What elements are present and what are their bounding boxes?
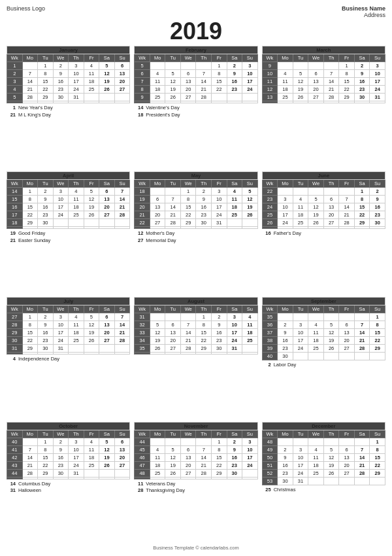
calendar-cell	[135, 353, 150, 355]
calendar-cell	[114, 353, 130, 355]
calendar-cell: 14	[354, 453, 370, 461]
calendar-cell: 53	[262, 477, 278, 485]
day-header-sa: Sa	[227, 305, 242, 313]
holidays-list: 14Columbus Day31Halloween	[7, 481, 130, 495]
day-header-tu: Tu	[38, 54, 54, 62]
calendar-cell: 21	[354, 337, 370, 345]
calendar-cell: 23	[38, 337, 54, 345]
calendar-cell: 8	[370, 445, 385, 453]
calendar-cell: 10	[53, 321, 69, 329]
calendar-cell	[339, 438, 355, 445]
calendar-cell: 19	[308, 211, 324, 219]
calendar-cell	[211, 94, 227, 101]
calendar-cell: 24	[293, 345, 308, 353]
calendar-cell	[165, 438, 181, 445]
calendar-cell: 13	[114, 445, 130, 453]
day-header-we: We	[308, 180, 324, 188]
calendar-cell: 18	[69, 329, 84, 337]
calendar-cell	[114, 101, 130, 103]
calendar-cell: 13	[150, 203, 165, 211]
calendar-cell: 27	[308, 94, 324, 101]
calendar-cell: 33	[135, 329, 150, 337]
calendar-cell: 17	[293, 337, 308, 345]
calendar-cell: 25	[69, 211, 84, 219]
calendar-cell	[165, 62, 181, 70]
calendar-cell: 23	[278, 345, 293, 353]
calendar-cell: 6	[150, 196, 165, 203]
calendar-cell: 22	[262, 188, 278, 196]
holiday-name: Valentine's Day	[146, 105, 179, 112]
calendar-cell	[22, 227, 38, 229]
calendar-cell: 17	[53, 329, 69, 337]
calendar-cell: 27	[99, 337, 115, 345]
calendar-cell: 3	[69, 438, 84, 445]
day-header-tu: Tu	[293, 180, 308, 188]
day-header-we: We	[53, 430, 69, 438]
calendar-cell: 10	[262, 70, 278, 78]
day-header-wk: Wk	[262, 305, 278, 313]
calendar-cell: 21	[135, 211, 150, 219]
day-header-mo: Mo	[22, 430, 38, 438]
calendar-cell: 17	[211, 203, 227, 211]
month-block-february: FebruaryWkMoTuWeThFrSaSu5123645678910711…	[134, 46, 257, 167]
holiday-name: New Year's Day	[18, 105, 53, 112]
calendar-cell: 4	[308, 321, 324, 329]
calendar-cell	[370, 477, 385, 485]
calendar-cell	[53, 353, 69, 355]
calendar-cell	[38, 477, 54, 479]
calendar-cell: 16	[38, 203, 54, 211]
calendar-cell	[22, 438, 38, 445]
calendar-cell: 2	[7, 70, 23, 78]
calendar-cell: 23	[53, 86, 69, 94]
calendar-cell	[165, 477, 181, 479]
business-info: Business Name Address	[342, 5, 385, 18]
holiday-day: 19	[7, 230, 16, 237]
calendar-cell: 16	[196, 203, 212, 211]
calendar-cell: 2	[196, 188, 212, 196]
day-header-su: Su	[114, 54, 130, 62]
calendar-cell: 15	[196, 329, 212, 337]
calendar-cell: 15	[370, 329, 385, 337]
calendar-cell: 29	[38, 469, 54, 477]
calendar-cell: 11	[308, 329, 324, 337]
holiday-item: 18President's Day	[134, 112, 257, 119]
day-header-wk: Wk	[7, 54, 23, 62]
calendar-cell: 11	[293, 203, 308, 211]
calendar-cell	[22, 477, 38, 479]
calendar-cell: 9	[262, 62, 278, 70]
calendar-cell: 10	[242, 445, 258, 453]
calendar-cell: 29	[370, 469, 385, 477]
calendar-cell	[150, 101, 165, 103]
calendar-cell: 7	[339, 196, 355, 203]
calendar-cell: 4	[242, 313, 258, 321]
calendar-cell: 2	[38, 313, 54, 321]
calendar-cell: 22	[38, 86, 54, 94]
calendar-table-january: JanuaryWkMoTuWeThFrSaSu11234562789101112…	[7, 46, 130, 103]
calendar-cell: 3	[7, 78, 23, 86]
calendar-cell	[165, 227, 181, 229]
calendar-cell	[323, 313, 339, 321]
holiday-item: 11Veterans Day	[134, 481, 257, 488]
calendar-cell: 3	[370, 62, 385, 70]
calendar-cell	[150, 227, 165, 229]
calendar-cell	[211, 353, 227, 355]
day-header-th: Th	[196, 180, 212, 188]
calendar-cell: 26	[165, 469, 181, 477]
calendar-cell	[227, 101, 242, 103]
calendar-cell: 26	[99, 461, 115, 469]
day-header-fr: Fr	[84, 180, 99, 188]
calendar-cell: 26	[323, 345, 339, 353]
calendar-cell: 16	[7, 203, 23, 211]
calendar-cell	[150, 438, 165, 445]
calendar-cell	[150, 62, 165, 70]
calendar-cell: 4	[84, 62, 99, 70]
holiday-item: 2Labor Day	[262, 362, 385, 369]
calendar-cell: 17	[7, 211, 23, 219]
calendar-table-december: DecemberWkMoTuWeThFrSaSu4814923456785091…	[262, 422, 385, 485]
day-header-th: Th	[323, 180, 339, 188]
calendar-cell: 11	[278, 78, 293, 86]
month-block-december: DecemberWkMoTuWeThFrSaSu4814923456785091…	[262, 422, 385, 544]
calendar-cell: 1	[22, 313, 38, 321]
calendar-cell: 29	[7, 329, 23, 337]
calendar-cell: 22	[22, 211, 38, 219]
